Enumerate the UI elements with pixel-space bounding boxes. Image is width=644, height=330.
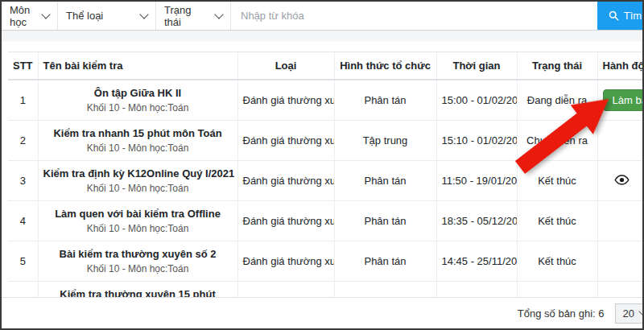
- filter-bar: Môn học Thể loại Trạng thái Tìm kiếm: [2, 2, 642, 31]
- table-row: 1 Ôn tập Giữa HK II Khối 10 - Môn học:To…: [8, 80, 644, 121]
- category-filter-label: Thể loại: [66, 10, 103, 22]
- category-filter-dropdown[interactable]: Thể loại: [58, 2, 156, 30]
- header-action: Hành động: [597, 52, 644, 80]
- header-test-name: Tên bài kiểm tra: [38, 52, 237, 80]
- header-type: Loại: [237, 52, 334, 80]
- cell-format: Phân tán: [334, 80, 436, 121]
- total-records-label: Tổng số bản ghi: 6: [518, 307, 605, 320]
- page-size-value: 20: [623, 307, 634, 320]
- cell-status: Kết thúc: [517, 201, 597, 241]
- chevron-down-icon: [41, 10, 50, 19]
- cell-type: Đánh giá thường xuyên: [237, 161, 334, 201]
- header-time: Thời gian: [436, 52, 517, 80]
- cell-status: Kết thúc: [517, 241, 597, 282]
- cell-status: Đang diễn ra: [517, 80, 597, 121]
- exam-list-page: Môn học Thể loại Trạng thái Tìm kiếm: [0, 0, 644, 330]
- header-stt: STT: [8, 52, 38, 80]
- cell-stt: 3: [8, 161, 38, 201]
- status-filter-label: Trạng thái: [164, 4, 209, 28]
- subject-filter-dropdown[interactable]: Môn học: [2, 2, 58, 30]
- cell-type: Đánh giá thường xuyên: [237, 121, 334, 161]
- test-title: Kiểm tra định kỳ K12Online Quý I/2021 lầ…: [43, 167, 233, 179]
- cell-action: [597, 241, 644, 282]
- cell-action: [597, 121, 644, 161]
- table-footer: Tổng số bản ghi: 6 20: [2, 297, 642, 328]
- table-row: 2 Kiểm tra nhanh 15 phút môn Toán Khối 1…: [8, 121, 644, 161]
- cell-test-name: Bài kiểm tra thường xuyên số 2 Khối 10 -…: [38, 241, 237, 282]
- test-subtitle: Khối 10 - Môn học:Toán: [43, 183, 233, 194]
- cell-format: Phân tán: [334, 161, 436, 201]
- status-filter-dropdown[interactable]: Trạng thái: [156, 2, 231, 30]
- page-size-select[interactable]: 20: [615, 303, 644, 324]
- cell-status: Kết thúc: [517, 161, 597, 201]
- cell-stt: 2: [8, 121, 38, 161]
- cell-time: 11:50 - 19/01/2021: [436, 161, 517, 201]
- cell-action: [597, 201, 644, 241]
- exam-table: STT Tên bài kiểm tra Loại Hình thức tổ c…: [8, 52, 644, 322]
- take-test-button[interactable]: Làm bài: [603, 89, 644, 111]
- cell-test-name: Ôn tập Giữa HK II Khối 10 - Môn học:Toán: [38, 80, 237, 121]
- header-format: Hình thức tổ chức: [334, 52, 436, 80]
- search-button[interactable]: Tìm kiếm: [597, 2, 644, 30]
- page-background-strip: [2, 31, 642, 42]
- cell-time: 18:35 - 05/12/2020: [436, 201, 517, 241]
- cell-action: [597, 161, 644, 201]
- cell-test-name: Làm quen với bài kiểm tra Offline Khối 1…: [38, 201, 237, 241]
- test-title: Bài kiểm tra thường xuyên số 2: [43, 248, 233, 260]
- exam-table-header: STT Tên bài kiểm tra Loại Hình thức tổ c…: [8, 52, 644, 80]
- header-status: Trạng thái: [517, 52, 597, 80]
- chevron-down-icon: [139, 10, 148, 19]
- cell-status: Chưa diễn ra: [517, 121, 597, 161]
- cell-type: Đánh giá thường xuyên: [237, 241, 334, 282]
- cell-format: Tập trung: [334, 121, 436, 161]
- table-row: 5 Bài kiểm tra thường xuyên số 2 Khối 10…: [8, 241, 644, 282]
- magnifier-icon: [609, 10, 619, 21]
- cell-stt: 4: [8, 201, 38, 241]
- cell-action: Làm bài: [597, 80, 644, 121]
- subject-filter-label: Môn học: [10, 4, 36, 28]
- view-result-button[interactable]: [614, 175, 630, 185]
- cell-test-name: Kiểm tra định kỳ K12Online Quý I/2021 lầ…: [38, 161, 237, 201]
- cell-format: Phân tán: [334, 241, 436, 282]
- cell-time: 14:45 - 25/11/2020: [436, 241, 517, 282]
- test-subtitle: Khối 10 - Môn học:Toán: [43, 142, 233, 154]
- chevron-down-icon: [214, 10, 223, 19]
- eye-icon: [614, 175, 630, 185]
- test-title: Ôn tập Giữa HK II: [43, 87, 233, 99]
- cell-time: 15:10 - 01/02/2021: [436, 121, 517, 161]
- test-title: Làm quen với bài kiểm tra Offline: [43, 208, 233, 220]
- test-title: Kiểm tra nhanh 15 phút môn Toán: [43, 127, 233, 139]
- cell-stt: 1: [8, 80, 38, 121]
- test-subtitle: Khối 10 - Môn học:Toán: [43, 263, 233, 274]
- cell-test-name: Kiểm tra nhanh 15 phút môn Toán Khối 10 …: [38, 121, 237, 161]
- test-subtitle: Khối 10 - Môn học:Toán: [43, 223, 233, 234]
- cell-format: Phân tán: [334, 201, 436, 241]
- table-row: 4 Làm quen với bài kiểm tra Offline Khối…: [8, 201, 644, 241]
- cell-type: Đánh giá thường xuyên: [237, 201, 334, 241]
- search-button-label: Tìm kiếm: [624, 10, 644, 22]
- table-row: 3 Kiểm tra định kỳ K12Online Quý I/2021 …: [8, 161, 644, 201]
- test-subtitle: Khối 10 - Môn học:Toán: [43, 102, 233, 113]
- cell-stt: 5: [8, 241, 38, 282]
- search-input[interactable]: [231, 2, 597, 30]
- cell-time: 15:00 - 01/02/2021: [436, 80, 517, 121]
- cell-type: Đánh giá thường xuyên: [237, 80, 334, 121]
